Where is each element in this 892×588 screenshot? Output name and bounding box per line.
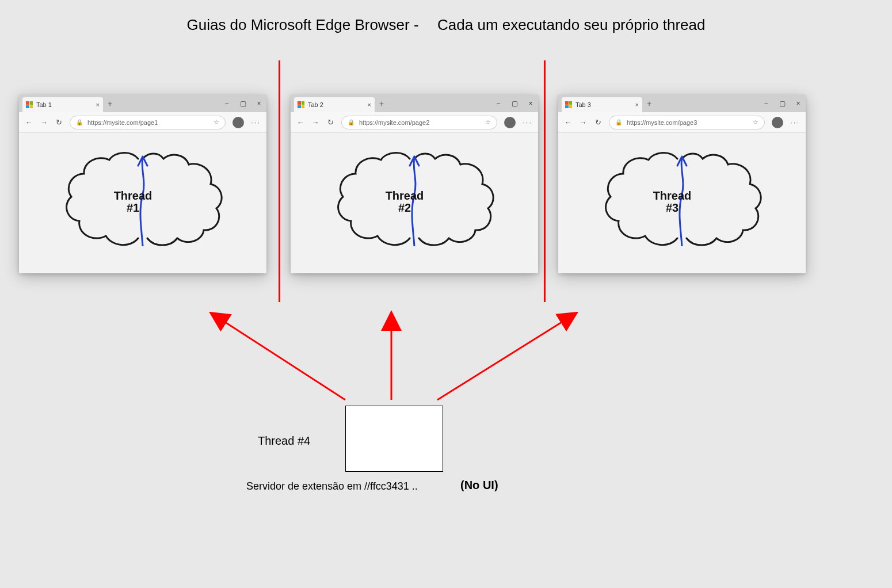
extension-server-box bbox=[345, 406, 443, 472]
no-ui-label: (No UI) bbox=[460, 479, 498, 492]
arrow-to-window-3 bbox=[0, 0, 892, 588]
thread4-label: Thread #4 bbox=[258, 434, 310, 448]
extension-caption: Servidor de extensão em //ffcc3431 .. bbox=[246, 480, 418, 492]
svg-line-2 bbox=[437, 314, 575, 400]
